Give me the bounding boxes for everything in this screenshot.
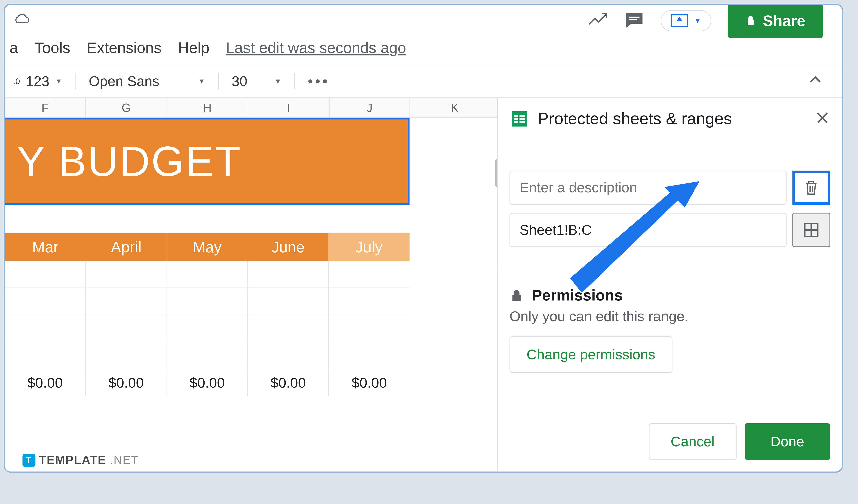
total-cell[interactable]: $0.00 (5, 369, 86, 396)
collapse-toolbar-icon[interactable] (809, 73, 822, 90)
col-header[interactable]: I (248, 98, 329, 117)
title-bar: ▼ Share (5, 5, 842, 36)
watermark: T TEMPLATE.NET (22, 453, 139, 467)
total-cell[interactable]: $0.00 (86, 369, 167, 396)
select-range-button[interactable] (792, 213, 830, 247)
last-edit-link[interactable]: Last edit was seconds ago (226, 36, 406, 60)
lock-icon (509, 288, 524, 303)
font-size-value: 30 (232, 73, 247, 90)
month-cell[interactable]: May (167, 233, 248, 261)
change-permissions-button[interactable]: Change permissions (509, 336, 672, 373)
month-cell[interactable]: Mar (5, 233, 86, 261)
template-badge-icon: T (22, 454, 35, 467)
caret-down-icon: ▼ (198, 77, 205, 85)
present-dropdown[interactable]: ▼ (661, 10, 711, 31)
menu-bar: a Tools Extensions Help Last edit was se… (5, 36, 842, 65)
done-button[interactable]: Done (745, 423, 830, 460)
col-header[interactable]: J (329, 98, 410, 117)
trend-icon[interactable] (588, 11, 608, 30)
menu-data-cut[interactable]: a (10, 36, 18, 60)
total-cell[interactable]: $0.00 (329, 369, 410, 396)
empty-rows (5, 261, 410, 369)
watermark-tld: .NET (110, 453, 139, 467)
font-selector[interactable]: Open Sans ▼ (89, 73, 205, 90)
number-format-value: 123 (26, 73, 49, 90)
months-header-row: Mar April May June July (5, 233, 410, 261)
menu-extensions[interactable]: Extensions (87, 36, 162, 60)
comment-history-icon[interactable] (624, 11, 644, 30)
toolbar-separator (218, 73, 219, 90)
month-cell[interactable]: July (329, 233, 410, 261)
month-cell[interactable]: April (86, 233, 167, 261)
total-cell[interactable]: $0.00 (167, 369, 248, 396)
cloud-saved-icon (13, 13, 31, 28)
panel-title: Protected sheets & ranges (538, 110, 807, 128)
font-size-selector[interactable]: 30 ▼ (232, 73, 282, 90)
cancel-button[interactable]: Cancel (649, 423, 736, 460)
toolbar-separator (294, 73, 295, 90)
trash-icon (804, 179, 819, 196)
month-cell[interactable]: June (248, 233, 329, 261)
range-input[interactable]: Sheet1!B:C (509, 213, 786, 247)
description-input[interactable] (509, 170, 786, 205)
protected-ranges-panel: Protected sheets & ranges Sheet1!B:C (497, 98, 842, 471)
font-name: Open Sans (89, 73, 159, 90)
column-headers: F G H I J K (5, 98, 497, 118)
grid-icon (803, 222, 820, 238)
toolbar-separator (75, 73, 76, 90)
permissions-subtitle: Only you can edit this range. (509, 308, 830, 325)
toolbar: .0 123 ▼ Open Sans ▼ 30 ▼ ••• (5, 65, 842, 98)
share-label: Share (763, 12, 805, 30)
decimal-icon: .0 (13, 77, 20, 86)
watermark-brand: TEMPLATE (39, 453, 106, 467)
lock-icon (745, 15, 756, 26)
app-frame: ▼ Share a Tools Extensions Help Last edi… (4, 4, 843, 473)
col-header[interactable]: K (410, 98, 497, 117)
caret-down-icon: ▼ (55, 77, 62, 85)
present-icon (670, 14, 688, 27)
caret-down-icon: ▼ (694, 17, 701, 25)
number-format-selector[interactable]: .0 123 ▼ (13, 73, 62, 90)
permissions-title: Permissions (532, 286, 623, 305)
col-header[interactable]: F (5, 98, 86, 117)
totals-row: $0.00 $0.00 $0.00 $0.00 $0.00 (5, 369, 410, 396)
col-header[interactable]: H (167, 98, 248, 117)
more-toolbar-icon[interactable]: ••• (308, 73, 330, 90)
col-header[interactable]: G (86, 98, 167, 117)
caret-down-icon: ▼ (274, 77, 282, 85)
total-cell[interactable]: $0.00 (248, 369, 329, 396)
close-panel-button[interactable] (816, 111, 829, 127)
spreadsheet-area[interactable]: F G H I J K Y BUDGET Mar April May June … (5, 98, 497, 471)
sheets-icon (511, 110, 528, 128)
budget-banner-cell[interactable]: Y BUDGET (5, 118, 410, 205)
delete-protection-button[interactable] (792, 170, 830, 205)
share-button[interactable]: Share (728, 4, 823, 38)
menu-tools[interactable]: Tools (34, 36, 70, 60)
scrollbar[interactable] (495, 159, 497, 187)
menu-help[interactable]: Help (178, 36, 209, 60)
